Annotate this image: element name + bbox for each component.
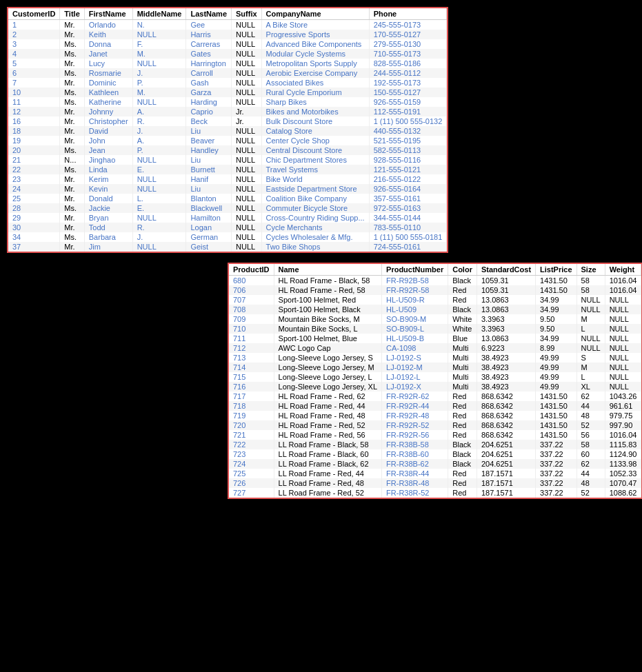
table-cell: Long-Sleeve Logo Jersey, S bbox=[274, 353, 382, 363]
table-cell: HL Road Frame - Red, 52 bbox=[274, 420, 382, 430]
table-cell: NULL bbox=[232, 165, 262, 174]
table-cell: 170-555-0127 bbox=[369, 30, 447, 39]
table-cell: LL Road Frame - Black, 60 bbox=[274, 449, 382, 459]
table-row: 714Long-Sleeve Logo Jersey, MLJ-0192-MMu… bbox=[229, 363, 641, 372]
table-cell: Central Discount Store bbox=[261, 145, 369, 155]
table-cell: Mr. bbox=[60, 194, 84, 203]
table-cell: 121-555-0121 bbox=[369, 165, 447, 174]
table-cell: 34.99 bbox=[536, 295, 576, 305]
table-cell: 1059.31 bbox=[477, 285, 535, 295]
table-cell: 245-555-0173 bbox=[369, 20, 447, 30]
table-cell: M bbox=[576, 314, 605, 324]
table-cell: F. bbox=[132, 39, 186, 49]
products-table: ProductIDNameProductNumberColorStandardC… bbox=[229, 264, 641, 498]
table-cell: 58 bbox=[576, 276, 605, 286]
column-header-title: Title bbox=[60, 8, 84, 20]
table-cell: NULL bbox=[576, 295, 605, 305]
table-cell: Ms. bbox=[60, 232, 84, 242]
table-cell: 337.22 bbox=[536, 478, 576, 488]
table-cell: 60 bbox=[576, 449, 605, 459]
table-row: 22Ms.LindaE.BurnettNULLTravel Systems121… bbox=[8, 165, 447, 174]
table-cell: 706 bbox=[229, 285, 274, 295]
table-cell: 204.6251 bbox=[477, 440, 535, 449]
table-cell: Long-Sleeve Logo Jersey, XL bbox=[274, 382, 382, 391]
table-cell: HL Road Frame - Red, 58 bbox=[274, 285, 382, 295]
top-table-container: CustomerIDTitleFirstNameMiddleNameLastNa… bbox=[7, 7, 448, 253]
table-row: 1Mr.OrlandoN.GeeNULLA Bike Store245-555-… bbox=[8, 20, 447, 30]
table-row: 718HL Road Frame - Red, 44FR-R92R-44Red8… bbox=[229, 401, 641, 411]
table-cell: 204.6251 bbox=[477, 459, 535, 469]
table-cell: LL Road Frame - Red, 48 bbox=[274, 478, 382, 488]
table-cell: Multi bbox=[448, 343, 477, 353]
table-cell: FR-R38R-44 bbox=[382, 469, 448, 478]
table-cell: NULL bbox=[132, 155, 186, 165]
table-cell: 49.99 bbox=[536, 382, 576, 391]
table-cell: 716 bbox=[229, 382, 274, 391]
table-cell: Red bbox=[448, 285, 477, 295]
table-cell: Lucy bbox=[84, 59, 132, 68]
table-row: 723LL Road Frame - Black, 60FR-R38B-60Bl… bbox=[229, 449, 641, 459]
table-cell: HL Road Frame - Red, 44 bbox=[274, 401, 382, 411]
table-cell: 710-555-0173 bbox=[369, 49, 447, 59]
table-cell: LJ-0192-S bbox=[382, 353, 448, 363]
column-header-phone: Phone bbox=[369, 8, 447, 20]
table-cell: 18 bbox=[8, 126, 60, 136]
table-cell: Orlando bbox=[84, 20, 132, 30]
table-cell: NULL bbox=[232, 203, 262, 213]
table-cell: 25 bbox=[8, 194, 60, 203]
table-cell: Burnett bbox=[186, 165, 232, 174]
table-cell: 726 bbox=[229, 478, 274, 488]
table-cell: 1431.50 bbox=[536, 420, 576, 430]
table-cell: SO-B909-M bbox=[382, 314, 448, 324]
table-cell: Gates bbox=[186, 49, 232, 59]
table-cell: 34.99 bbox=[536, 334, 576, 343]
table-cell: NULL bbox=[232, 97, 262, 107]
table-cell: 279-555-0130 bbox=[369, 39, 447, 49]
table-cell: Johnny bbox=[84, 107, 132, 116]
table-cell: Blackwell bbox=[186, 203, 232, 213]
table-cell: FR-R38B-58 bbox=[382, 440, 448, 449]
table-cell: Progressive Sports bbox=[261, 30, 369, 39]
column-header-middlename: MiddleName bbox=[132, 8, 186, 20]
table-cell: Multi bbox=[448, 353, 477, 363]
table-cell: NULL bbox=[232, 184, 262, 194]
table-cell: FR-R92R-44 bbox=[382, 401, 448, 411]
table-cell: 5 bbox=[8, 59, 60, 68]
table-cell: Cycles Wholesaler & Mfg. bbox=[261, 232, 369, 242]
table-cell: 337.22 bbox=[536, 488, 576, 498]
table-row: 707Sport-100 Helmet, RedHL-U509-RRed13.0… bbox=[229, 295, 641, 305]
table-cell: Mr. bbox=[60, 126, 84, 136]
table-cell: 9.50 bbox=[536, 314, 576, 324]
table-row: 12Mr.JohnnyA.CaprioJr.Bikes and Motorbik… bbox=[8, 107, 447, 116]
table-cell: 34.99 bbox=[536, 305, 576, 314]
table-cell: Red bbox=[448, 488, 477, 498]
table-cell: 38.4923 bbox=[477, 353, 535, 363]
table-cell: John bbox=[84, 136, 132, 145]
table-cell: Red bbox=[448, 391, 477, 401]
table-cell: 1431.50 bbox=[536, 285, 576, 295]
table-cell: L. bbox=[132, 194, 186, 203]
table-row: 28Ms.JackieE.BlackwellNULLCommuter Bicyc… bbox=[8, 203, 447, 213]
table-cell: Jinghao bbox=[84, 155, 132, 165]
table-cell: NULL bbox=[232, 223, 262, 232]
table-cell: Ms. bbox=[60, 97, 84, 107]
table-cell: NULL bbox=[605, 295, 641, 305]
table-row: 2Mr.KeithNULLHarrisNULLProgressive Sport… bbox=[8, 30, 447, 39]
table-cell: Harris bbox=[186, 30, 232, 39]
table-cell: 868.6342 bbox=[477, 391, 535, 401]
table-cell: Hamilton bbox=[186, 213, 232, 223]
table-cell: FR-R92R-52 bbox=[382, 420, 448, 430]
table-cell: NULL bbox=[232, 20, 262, 30]
table-row: 7Mr.DominicP.GashNULLAssociated Bikes192… bbox=[8, 78, 447, 88]
table-cell: 1431.50 bbox=[536, 411, 576, 420]
table-cell: Associated Bikes bbox=[261, 78, 369, 88]
table-cell: 28 bbox=[8, 203, 60, 213]
table-cell: 52 bbox=[576, 420, 605, 430]
table-cell: LJ-0192-M bbox=[382, 363, 448, 372]
table-cell: Mr. bbox=[60, 242, 84, 252]
table-row: 711Sport-100 Helmet, BlueHL-U509-BBlue13… bbox=[229, 334, 641, 343]
table-cell: Mr. bbox=[60, 116, 84, 126]
table-row: 721HL Road Frame - Red, 56FR-R92R-56Red8… bbox=[229, 430, 641, 440]
table-cell: 8.99 bbox=[536, 343, 576, 353]
table-cell: Mr. bbox=[60, 184, 84, 194]
